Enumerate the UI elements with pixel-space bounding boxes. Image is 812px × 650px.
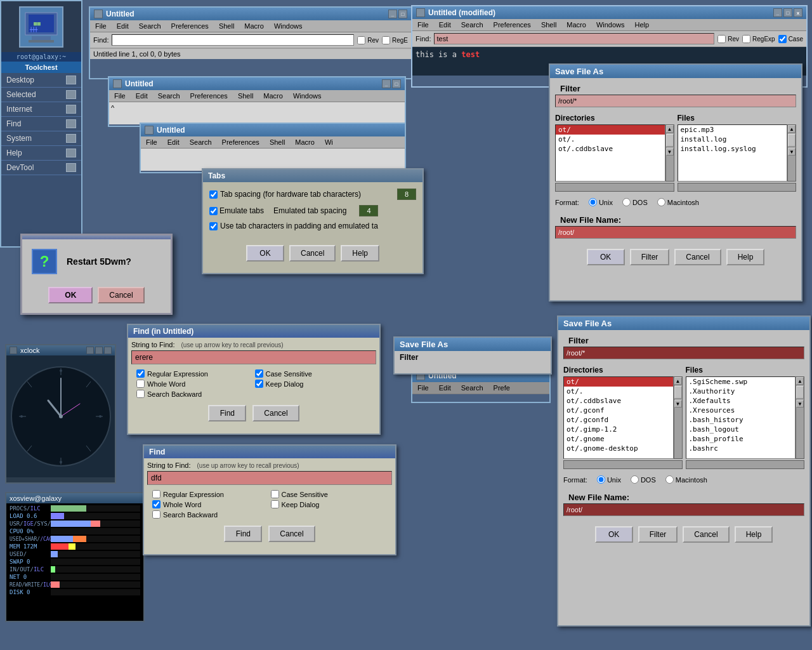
save-help-top[interactable]: Help xyxy=(726,249,765,265)
sidebar-item-help[interactable]: Help xyxy=(1,146,81,161)
list-item[interactable]: ot/ xyxy=(556,125,665,135)
sidebar-item-selected[interactable]: Selected xyxy=(1,88,81,102)
menu-edit-1[interactable]: Edit xyxy=(112,22,134,30)
menu-edit-m[interactable]: Edit xyxy=(434,20,456,29)
list-item[interactable]: .bash_profile xyxy=(686,434,796,444)
list-item[interactable]: ot/ xyxy=(564,377,673,387)
save-cancel-bot[interactable]: Cancel xyxy=(683,526,729,543)
scroll-thumb[interactable] xyxy=(666,134,674,147)
menu-wi-3[interactable]: Wi xyxy=(320,138,338,147)
save-help-bot[interactable]: Help xyxy=(735,526,773,543)
menu-shell-3[interactable]: Shell xyxy=(265,138,290,147)
menu-file-4[interactable]: File xyxy=(412,383,434,392)
menu-macro-3[interactable]: Macro xyxy=(290,138,320,147)
find-btn-2[interactable]: Find xyxy=(224,526,262,542)
scroll-up-arrow[interactable]: ▲ xyxy=(788,125,796,133)
regexp-option-1[interactable]: Regular Expression xyxy=(136,369,253,378)
keepdialog-option-2[interactable]: Keep Dialog xyxy=(271,500,388,508)
use-tab-chars-check[interactable] xyxy=(209,222,218,230)
find-input-m[interactable] xyxy=(434,33,714,44)
list-item[interactable]: install.log xyxy=(678,135,787,144)
backward-option-1[interactable]: Search Backward xyxy=(136,390,253,398)
format-unix-top[interactable]: Unix xyxy=(589,198,613,206)
dir-scrollbar-top[interactable]: ▲ ▼ xyxy=(665,124,674,182)
find-cancel-1[interactable]: Cancel xyxy=(252,405,299,421)
win-minimize-2[interactable]: _ xyxy=(382,79,391,88)
menu-search-m[interactable]: Search xyxy=(456,20,488,29)
tabs-ok-button[interactable]: OK xyxy=(246,245,284,262)
scroll-up-arrow[interactable]: ▲ xyxy=(796,377,804,385)
list-item[interactable]: .bash_logout xyxy=(686,425,796,434)
window-close-3[interactable] xyxy=(145,126,154,135)
scroll-down-arrow[interactable]: ▼ xyxy=(674,400,682,408)
rev-check-1[interactable]: Rev xyxy=(357,36,379,44)
scroll-thumb[interactable] xyxy=(788,134,796,147)
scroll-thumb[interactable] xyxy=(796,386,804,399)
sidebar-item-system[interactable]: System xyxy=(1,131,81,146)
menu-windows-1[interactable]: Windows xyxy=(269,22,308,30)
tab-spacing-check[interactable] xyxy=(209,190,218,199)
menu-preferences-m[interactable]: Preferences xyxy=(488,20,536,29)
format-mac-top[interactable]: Macintosh xyxy=(657,198,699,206)
backward-option-2[interactable]: Search Backward xyxy=(152,510,269,519)
window-close-2[interactable] xyxy=(113,79,122,88)
files-h-scrollbar-bot[interactable] xyxy=(686,460,805,469)
editor-content-2[interactable]: ^ xyxy=(109,102,405,124)
menu-search-2[interactable]: Search xyxy=(153,91,185,100)
menu-file-m[interactable]: File xyxy=(412,20,434,29)
menu-help-m[interactable]: Help xyxy=(630,20,655,29)
menu-macro-m[interactable]: Macro xyxy=(561,20,591,29)
win-close-modified[interactable]: x xyxy=(794,8,802,17)
list-item[interactable]: .SgiScheme.swp xyxy=(686,377,796,387)
list-item[interactable]: ot/.gimp-1.2 xyxy=(564,425,673,434)
list-item[interactable]: ot/.gnome xyxy=(564,434,673,444)
list-item[interactable]: .bashrc xyxy=(686,444,796,453)
save-ok-top[interactable]: OK xyxy=(587,249,625,265)
list-item[interactable]: ot/.gconf xyxy=(564,406,673,415)
menu-preferences-1[interactable]: Preferences xyxy=(166,22,214,30)
list-item[interactable]: .Xauthority xyxy=(686,387,796,396)
scroll-up-arrow[interactable]: ▲ xyxy=(674,377,682,385)
regexp-option-2[interactable]: Regular Expression xyxy=(152,490,269,498)
wholeword-option-1[interactable]: Whole Word xyxy=(136,380,253,388)
menu-shell-2[interactable]: Shell xyxy=(233,91,258,100)
menu-search-4[interactable]: Search xyxy=(456,383,488,392)
list-item[interactable]: .bash_history xyxy=(686,415,796,425)
menu-prefe-4[interactable]: Prefe xyxy=(488,383,515,392)
format-dos-bot[interactable]: DOS xyxy=(631,475,656,484)
list-item[interactable]: .Xdefaults xyxy=(686,396,796,406)
files-scrollbar-top[interactable]: ▲ ▼ xyxy=(787,124,796,182)
find-btn-1[interactable]: Find xyxy=(208,405,246,421)
list-item[interactable]: ot/.gnome-desktop xyxy=(564,444,673,453)
menu-windows-2[interactable]: Windows xyxy=(288,91,327,100)
save-ok-bot[interactable]: OK xyxy=(595,526,633,543)
menu-shell-m[interactable]: Shell xyxy=(536,20,561,29)
save-filter-btn-bot[interactable]: Filter xyxy=(638,526,678,543)
files-scrollbar-bot[interactable]: ▲ ▼ xyxy=(796,376,804,459)
sidebar-item-internet[interactable]: Internet xyxy=(1,102,81,117)
files-list-bot[interactable]: .SgiScheme.swp .Xauthority .Xdefaults .X… xyxy=(686,376,796,459)
window-close-1[interactable] xyxy=(94,10,103,18)
find-string-input-1[interactable] xyxy=(131,350,376,364)
dir-list-bot[interactable]: ot/ ot/. ot/.cddbslave ot/.gconf ot/.gco… xyxy=(563,376,674,459)
window-close-modified[interactable] xyxy=(416,8,425,17)
menu-edit-3[interactable]: Edit xyxy=(162,138,185,147)
regexp-check-1[interactable]: RegE xyxy=(382,36,408,44)
dir-scrollbar-bot[interactable]: ▲ ▼ xyxy=(674,376,683,459)
dir-h-scrollbar-top[interactable] xyxy=(555,183,674,192)
keepdialog-option-1[interactable]: Keep Dialog xyxy=(255,380,372,388)
scroll-up-arrow[interactable]: ▲ xyxy=(666,125,674,133)
format-mac-bot[interactable]: Macintosh xyxy=(665,475,707,484)
scroll-thumb[interactable] xyxy=(674,386,682,399)
emulated-spacing-input[interactable] xyxy=(359,205,378,216)
emulate-tabs-check[interactable] xyxy=(209,207,218,215)
xclock-btn-3[interactable] xyxy=(104,347,112,354)
tabs-cancel-button[interactable]: Cancel xyxy=(289,245,336,262)
win-maximize-1[interactable]: □ xyxy=(398,10,407,18)
filter-input-top[interactable] xyxy=(555,95,796,107)
find-input-1[interactable] xyxy=(112,34,354,46)
files-h-scrollbar-top[interactable] xyxy=(678,183,797,192)
list-item[interactable]: ot/.gconfd xyxy=(564,415,673,425)
dir-list-top[interactable]: ot/ ot/. ot/.cddbslave xyxy=(555,124,665,182)
list-item[interactable]: epic.mp3 xyxy=(678,125,787,135)
